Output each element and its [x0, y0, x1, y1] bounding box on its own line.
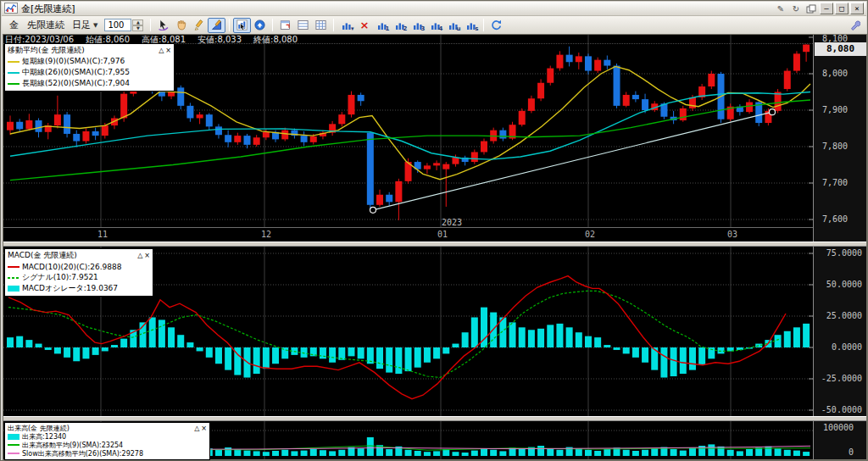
reload-icon[interactable]: ↻ — [789, 3, 803, 14]
chart-type-button[interactable]: ▾ — [337, 18, 355, 33]
month-label: 03 — [720, 230, 745, 239]
bar-count-value[interactable]: 100 — [104, 19, 131, 31]
info-low: 安値:8,033 — [198, 35, 242, 44]
volume-tick-label: 0 — [814, 447, 866, 457]
legend-item: シグナル(10):7.9521 — [8, 272, 150, 283]
bar-count-spinner[interactable]: 100▲▼ — [104, 19, 143, 31]
legend-close-icon[interactable]: × — [201, 425, 207, 432]
indicator-3-button[interactable]: 3 — [409, 18, 426, 33]
new-chart-button[interactable] — [276, 18, 294, 33]
toolbar-separator — [272, 19, 273, 31]
window-title: 金[先限連続] — [21, 3, 75, 15]
macd-tick-label: 0.0000 — [814, 342, 866, 352]
indicator-2-button[interactable]: 2 — [391, 18, 409, 33]
app-chart-icon — [4, 1, 18, 17]
month-label: 02 — [577, 230, 603, 239]
jump-latest-button[interactable] — [251, 18, 269, 33]
legend-item: Slow出来高移動平均(26)(SMA):29278 — [8, 449, 207, 458]
legend-collapse-icon[interactable]: △ — [159, 47, 164, 54]
legend-item: 短期線(9)(0)(SMA)(C):7,976 — [8, 56, 171, 67]
macd-tick-label: -25.0000 — [814, 374, 866, 383]
annotate-icon[interactable]: ✎ — [774, 3, 787, 14]
maximize-button[interactable]: □ — [835, 3, 849, 14]
indicator-4-button[interactable]: 4 — [426, 18, 444, 33]
price-axis: 8,1008,0007,9007,8007,7007,6008,080 — [813, 35, 866, 242]
legend-close-icon[interactable]: × — [144, 252, 150, 259]
legend-item: 出来高:12340 — [8, 432, 207, 441]
legend-swatch — [8, 434, 19, 440]
legend-label: MACDオシレータ:19.0367 — [22, 283, 118, 294]
grid-rows-button[interactable] — [294, 18, 312, 33]
legend-swatch — [8, 444, 19, 446]
pencil-tool-button[interactable] — [190, 18, 208, 33]
legend-label: 長期線(52)(0)(SMA)(C):7,904 — [22, 78, 130, 89]
legend-swatch — [8, 72, 19, 74]
legend-swatch — [8, 453, 19, 454]
toolbar-separator — [150, 19, 151, 31]
price-tick-label: 7,900 — [814, 105, 866, 114]
toolbar-separator — [229, 19, 230, 31]
timeframe-dropdown[interactable]: 日足▼ — [72, 19, 97, 31]
legend-label: MACD(10)(20)(C):26.9888 — [22, 263, 121, 271]
legend-collapse-icon[interactable]: △ — [194, 425, 199, 432]
legend-swatch — [8, 277, 19, 279]
clear-indicators-button[interactable]: × — [355, 18, 373, 33]
legend-item: 出来高移動平均(9)(SMA):23254 — [8, 441, 207, 449]
indicator-s-button[interactable]: s — [462, 18, 480, 33]
legend-collapse-icon[interactable]: △ — [137, 252, 142, 259]
close-button[interactable]: × — [850, 3, 864, 14]
pointer-tool-button[interactable] — [154, 18, 172, 33]
macd-tick-label: 50.0000 — [814, 280, 866, 289]
price-tick-label: 7,600 — [814, 214, 866, 224]
legend-swatch — [8, 61, 19, 63]
svg-text:2023: 2023 — [442, 218, 462, 227]
settings-wrench-icon[interactable] — [845, 18, 863, 33]
crosshair-tool-button[interactable] — [233, 18, 251, 33]
legend-title-row: MACD(金 先限連続)△× — [8, 250, 150, 261]
macd-legend: MACD(金 先限連続)△×MACD(10)(20)(C):26.9888シグナ… — [4, 248, 153, 297]
pan-tool-button[interactable] — [172, 18, 190, 33]
legend-title: 移動平均(金 先限連続) — [8, 45, 157, 56]
legend-swatch — [8, 83, 19, 85]
legend-swatch — [8, 266, 19, 268]
minimize-button[interactable]: – — [820, 3, 833, 14]
symbol-label: 金 — [9, 19, 19, 31]
price-tick-label: 7,800 — [814, 142, 866, 151]
indicator-u-button[interactable]: u — [444, 18, 462, 33]
macd-tick-label: -50.0000 — [814, 405, 866, 414]
volume-legend: 出来高(金 先限連続)△×出来高:12340出来高移動平均(9)(SMA):23… — [4, 422, 210, 460]
layers-icon[interactable] — [804, 3, 818, 14]
date-axis: 1112010203 — [3, 227, 813, 242]
indicator-1-button[interactable]: 1 — [373, 18, 391, 33]
legend-swatch — [8, 286, 19, 292]
refresh-button[interactable] — [487, 18, 505, 33]
legend-title-row: 出来高(金 先限連続)△× — [8, 424, 207, 432]
macd-tick-label: 25.0000 — [814, 311, 866, 320]
titlebar[interactable]: 金[先限連続] ✎ ↻ – □ × — [2, 2, 866, 16]
legend-item: MACDオシレータ:19.0367 — [8, 283, 150, 294]
info-close: 終値:8,080 — [253, 35, 298, 44]
toolbar-separator — [333, 19, 334, 31]
panel-splitter-1[interactable] — [3, 242, 866, 247]
legend-item: 長期線(52)(0)(SMA)(C):7,904 — [8, 78, 171, 89]
chevron-down-icon: ▼ — [93, 22, 97, 29]
current-price-badge: 8,080 — [815, 42, 866, 56]
volume-tick-label: 100000 — [814, 423, 866, 432]
price-tick-label: 8,000 — [814, 69, 866, 78]
trendline-tool-button[interactable] — [208, 18, 225, 33]
macd-tick-label: 75.0000 — [814, 248, 866, 258]
legend-label: Slow出来高移動平均(26)(SMA):29278 — [22, 449, 143, 458]
legend-close-icon[interactable]: × — [165, 47, 171, 54]
legend-label: 短期線(9)(0)(SMA)(C):7,976 — [22, 56, 125, 67]
legend-label: シグナル(10):7.9521 — [22, 272, 98, 283]
grid-button[interactable] — [312, 18, 330, 33]
legend-title-row: 移動平均(金 先限連続)△× — [8, 45, 171, 56]
series-label: 先限連続 — [27, 19, 64, 31]
spinner-up-icon[interactable]: ▲ — [132, 19, 143, 25]
macd-axis: 75.000050.000025.00000.0000-25.0000-50.0… — [813, 247, 866, 416]
panel-splitter-2[interactable] — [3, 416, 866, 421]
spinner-down-icon[interactable]: ▼ — [132, 25, 143, 31]
month-label: 01 — [430, 230, 455, 239]
month-label: 12 — [253, 230, 279, 239]
ma-legend: 移動平均(金 先限連続)△×短期線(9)(0)(SMA)(C):7,976中期線… — [4, 43, 175, 92]
